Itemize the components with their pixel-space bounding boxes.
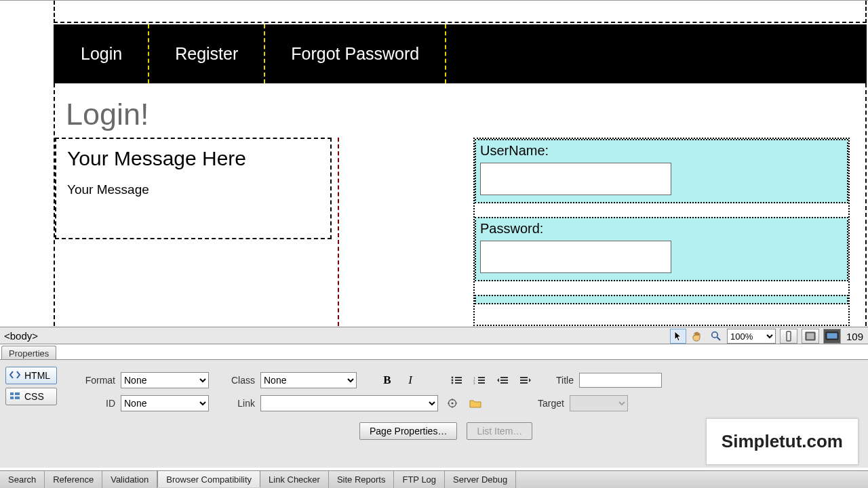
mode-html-button[interactable]: HTML	[5, 367, 57, 384]
tag-selector-bar: <body> 100% 109	[0, 327, 868, 344]
password-label: Password:	[480, 221, 843, 237]
tab-browser-compatibility[interactable]: Browser Compatibility	[157, 470, 260, 487]
login-form[interactable]: UserName: Password:	[473, 138, 850, 326]
zoom-tool-icon[interactable]	[708, 329, 724, 344]
svg-rect-24	[500, 380, 508, 381]
design-canvas[interactable]: Login Register Forgot Password Login! Yo…	[0, 0, 868, 326]
class-label: Class	[228, 375, 255, 386]
nav-item-forgot-password[interactable]: Forgot Password	[265, 24, 446, 83]
link-label: Link	[228, 398, 255, 409]
view-tablet-icon[interactable]	[802, 329, 819, 344]
target-label: Target	[533, 398, 564, 409]
italic-button[interactable]: I	[401, 373, 419, 388]
svg-point-15	[452, 382, 454, 384]
svg-rect-16	[455, 382, 462, 384]
view-desktop-icon[interactable]	[823, 329, 841, 344]
svg-rect-14	[455, 380, 462, 381]
extra-block[interactable]	[475, 295, 848, 304]
svg-rect-28	[520, 382, 528, 384]
tab-validation[interactable]: Validation	[102, 471, 157, 488]
css-mode-icon	[9, 392, 20, 401]
svg-rect-25	[500, 382, 508, 384]
username-input[interactable]	[480, 163, 671, 195]
format-select[interactable]: None	[121, 372, 209, 388]
html-mode-icon	[9, 371, 20, 380]
message-box[interactable]: Your Message Here Your Message	[55, 138, 332, 239]
svg-rect-10	[15, 396, 20, 399]
svg-rect-27	[520, 380, 528, 381]
target-select	[570, 395, 628, 411]
logo-region[interactable]	[54, 1, 867, 23]
mode-css-label: CSS	[24, 391, 44, 402]
svg-line-1	[717, 338, 720, 341]
bold-button[interactable]: B	[378, 373, 396, 388]
browse-folder-icon[interactable]	[467, 396, 484, 411]
point-to-file-icon[interactable]	[443, 396, 461, 411]
link-input[interactable]	[260, 395, 438, 411]
ordered-list-icon[interactable]: 123	[471, 373, 488, 388]
format-label: Format	[75, 375, 115, 386]
tab-server-debug[interactable]: Server Debug	[445, 471, 516, 488]
pointer-tool-icon[interactable]	[670, 329, 686, 344]
svg-rect-6	[827, 333, 837, 339]
message-body[interactable]: Your Message	[67, 182, 319, 197]
nav-item-login[interactable]: Login	[55, 24, 149, 83]
password-block[interactable]: Password:	[475, 217, 848, 281]
tab-search[interactable]: Search	[0, 471, 45, 488]
svg-rect-12	[455, 377, 462, 378]
page-title[interactable]: Login!	[66, 97, 865, 132]
nav-item-register[interactable]: Register	[149, 24, 265, 83]
svg-point-13	[452, 380, 454, 382]
svg-point-11	[452, 377, 454, 379]
page-body[interactable]: Login! Your Message Here Your Message Us…	[54, 83, 867, 326]
svg-rect-18	[478, 377, 485, 378]
bottom-tabs: Search Reference Validation Browser Comp…	[0, 470, 868, 488]
class-select[interactable]: None	[260, 372, 357, 388]
svg-rect-4	[806, 333, 814, 340]
svg-rect-7	[10, 392, 14, 395]
unordered-list-icon[interactable]	[448, 373, 465, 388]
view-tools: 100% 109	[670, 327, 867, 345]
message-heading[interactable]: Your Message Here	[67, 147, 319, 170]
outdent-icon[interactable]	[494, 373, 511, 388]
nav-bar: Login Register Forgot Password	[54, 24, 867, 83]
username-label: UserName:	[480, 143, 843, 159]
tab-link-checker[interactable]: Link Checker	[260, 471, 329, 488]
side-number: 109	[844, 331, 866, 342]
zoom-select[interactable]: 100%	[727, 329, 776, 344]
title-input[interactable]	[579, 373, 662, 388]
list-item-button: List Item…	[467, 422, 532, 440]
tab-site-reports[interactable]: Site Reports	[329, 471, 395, 488]
password-input[interactable]	[480, 241, 671, 273]
svg-rect-20	[478, 380, 485, 381]
svg-point-0	[712, 332, 718, 338]
tab-reference[interactable]: Reference	[45, 471, 102, 488]
id-label: ID	[75, 398, 115, 409]
indent-icon[interactable]	[517, 373, 534, 388]
page-properties-button[interactable]: Page Properties…	[359, 422, 457, 440]
svg-rect-22	[478, 382, 485, 384]
svg-rect-2	[787, 331, 791, 341]
mode-html-label: HTML	[24, 370, 50, 381]
svg-rect-8	[10, 396, 14, 399]
title-label: Title	[547, 375, 574, 386]
username-block[interactable]: UserName:	[475, 139, 848, 203]
id-select[interactable]: None	[121, 395, 209, 411]
svg-rect-23	[500, 377, 508, 378]
hand-tool-icon[interactable]	[689, 329, 705, 344]
properties-tab[interactable]: Properties	[1, 346, 56, 361]
view-mobile-icon[interactable]	[780, 329, 797, 344]
svg-point-30	[451, 402, 453, 404]
tab-ftp-log[interactable]: FTP Log	[394, 471, 445, 488]
column-divider	[338, 138, 339, 326]
watermark: Simpletut.com	[706, 418, 859, 465]
svg-text:3: 3	[473, 382, 475, 385]
svg-rect-26	[520, 377, 528, 378]
svg-rect-9	[15, 392, 20, 395]
tag-body[interactable]: <body>	[0, 330, 42, 342]
mode-css-button[interactable]: CSS	[5, 388, 57, 405]
